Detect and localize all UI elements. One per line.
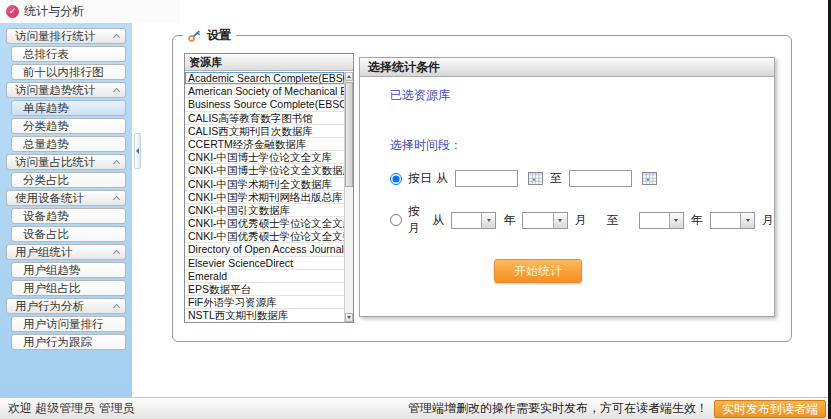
sidebar-menu: 访问量排行统计总排行表前十以内排行图访问量趋势统计单库趋势分类趋势总量趋势访问量… bbox=[0, 28, 132, 350]
by-day-from-label: 从 bbox=[436, 170, 448, 187]
sidebar-item[interactable]: 用户组占比 bbox=[11, 280, 126, 296]
sidebar-group-label: 访问量排行统计 bbox=[15, 29, 96, 44]
resource-list-item[interactable]: EPS数据平台 bbox=[185, 283, 344, 296]
sidebar-group-label: 访问量趋势统计 bbox=[15, 83, 96, 98]
sidebar-item[interactable]: 总排行表 bbox=[11, 46, 126, 62]
scroll-down-icon[interactable] bbox=[345, 313, 353, 322]
sidebar: 访问量排行统计总排行表前十以内排行图访问量趋势统计单库趋势分类趋势总量趋势访问量… bbox=[0, 23, 132, 397]
start-statistics-button[interactable]: 开始统计 bbox=[494, 259, 582, 283]
by-month-from-year-select[interactable] bbox=[451, 212, 496, 229]
by-month-radio[interactable] bbox=[390, 214, 402, 226]
scroll-up-icon[interactable] bbox=[345, 72, 353, 81]
collapse-arrow-icon bbox=[136, 148, 139, 154]
resource-list-item[interactable]: Academic Search Complete(EBSCO) bbox=[185, 72, 344, 85]
sidebar-item[interactable]: 用户访问量排行 bbox=[11, 316, 126, 332]
by-month-label: 按月 bbox=[408, 203, 428, 237]
resource-list-item[interactable]: Elsevier ScienceDirect bbox=[185, 257, 344, 270]
sidebar-item[interactable]: 用户行为跟踪 bbox=[11, 334, 126, 350]
sidebar-item[interactable]: 单库趋势 bbox=[11, 100, 126, 116]
resource-list-item[interactable]: CNKI-中国博士学位论文全文库 bbox=[185, 151, 344, 164]
sidebar-group-label: 用户行为分析 bbox=[15, 299, 84, 314]
sidebar-group-header[interactable]: 使用设备统计 bbox=[6, 190, 126, 206]
check-circle-icon: ✓ bbox=[6, 5, 19, 18]
month-label: 月 bbox=[762, 212, 774, 229]
by-day-radio[interactable] bbox=[390, 173, 402, 185]
page-title: 统计与分析 bbox=[24, 3, 84, 20]
resource-list-header: 资源库 bbox=[185, 54, 353, 71]
resource-list-item[interactable]: CNKI-中国博士学位论文全文数据库 bbox=[185, 164, 344, 177]
resource-list-item[interactable]: Business Source Complete(EBSCO) bbox=[185, 98, 344, 111]
sidebar-group-header[interactable]: 用户行为分析 bbox=[6, 298, 126, 314]
sidebar-group-label: 访问量占比统计 bbox=[15, 155, 96, 170]
conditions-panel: 选择统计条件 已选资源库 选择时间段： 按日 从 至 bbox=[359, 57, 775, 317]
resource-listbox: 资源库 Academic Search Complete(EBSCO)Ameri… bbox=[184, 53, 354, 323]
settings-groupbox: 设置 资源库 Academic Search Complete(EBSCO)Am… bbox=[172, 27, 792, 342]
by-month-to-label: 至 bbox=[607, 212, 619, 229]
settings-legend: 设置 bbox=[183, 27, 236, 44]
resource-list-rows: Academic Search Complete(EBSCO)American … bbox=[185, 72, 344, 322]
resource-list-item[interactable]: FiF外语学习资源库 bbox=[185, 296, 344, 309]
chevron-up-icon bbox=[113, 34, 120, 41]
dropdown-arrow-icon bbox=[669, 213, 683, 228]
by-day-to-label: 至 bbox=[550, 170, 562, 187]
resource-list-item[interactable]: CNKI-中国引文数据库 bbox=[185, 204, 344, 217]
sidebar-group-header[interactable]: 访问量排行统计 bbox=[6, 28, 126, 44]
chevron-up-icon bbox=[113, 88, 120, 95]
sidebar-collapse-handle[interactable] bbox=[134, 133, 141, 169]
sidebar-item[interactable]: 前十以内排行图 bbox=[11, 64, 126, 80]
resource-list-item[interactable]: Directory of Open Access Journals bbox=[185, 243, 344, 256]
settings-legend-label: 设置 bbox=[207, 27, 231, 44]
selected-resources-link[interactable]: 已选资源库 bbox=[390, 87, 450, 104]
sidebar-group-header[interactable]: 访问量趋势统计 bbox=[6, 82, 126, 98]
footer-bar: 欢迎 超级管理员 管理员 管理端增删改的操作需要实时发布，方可在读者端生效！ 实… bbox=[0, 397, 831, 419]
year-label: 年 bbox=[503, 212, 515, 229]
scrollbar-thumb[interactable] bbox=[345, 82, 353, 187]
by-day-to-calendar-icon[interactable] bbox=[642, 172, 657, 185]
sidebar-item[interactable]: 用户组趋势 bbox=[11, 262, 126, 278]
conditions-panel-title: 选择统计条件 bbox=[360, 58, 774, 77]
settings-tools-icon bbox=[188, 30, 203, 42]
chevron-up-icon bbox=[113, 250, 120, 257]
by-day-from-calendar-icon[interactable] bbox=[528, 172, 543, 185]
publish-to-reader-button[interactable]: 实时发布到读者端 bbox=[714, 400, 826, 418]
sidebar-group-header[interactable]: 访问量占比统计 bbox=[6, 154, 126, 170]
sidebar-item[interactable]: 设备趋势 bbox=[11, 208, 126, 224]
welcome-text: 欢迎 超级管理员 管理员 bbox=[8, 400, 135, 417]
year-label: 年 bbox=[691, 212, 703, 229]
resource-list-item[interactable]: Emerald bbox=[185, 270, 344, 283]
resource-list-item[interactable]: CNKI-中国优秀硕士学位论文全文数据库 bbox=[185, 230, 344, 243]
resource-list-item[interactable]: CALIS高等教育数字图书馆 bbox=[185, 112, 344, 125]
by-day-from-input[interactable] bbox=[455, 170, 518, 187]
chevron-up-icon bbox=[113, 160, 120, 167]
sidebar-group-label: 用户组统计 bbox=[15, 245, 73, 260]
by-month-to-year-select[interactable] bbox=[639, 212, 684, 229]
sidebar-item[interactable]: 设备占比 bbox=[11, 226, 126, 242]
sidebar-item[interactable]: 分类趋势 bbox=[11, 118, 126, 134]
month-label: 月 bbox=[575, 212, 587, 229]
by-day-to-input[interactable] bbox=[569, 170, 632, 187]
resource-list-item[interactable]: CNKI-中国学术期刊网络出版总库 bbox=[185, 191, 344, 204]
publish-notice-text: 管理端增删改的操作需要实时发布，方可在读者端生效！ bbox=[408, 400, 708, 417]
resource-list-item[interactable]: CALIS西文期刊目次数据库 bbox=[185, 125, 344, 138]
chevron-up-icon bbox=[113, 196, 120, 203]
resource-list-scrollbar[interactable] bbox=[344, 72, 353, 322]
dropdown-arrow-icon bbox=[481, 213, 495, 228]
by-month-from-month-select[interactable] bbox=[522, 212, 567, 229]
resource-list-item[interactable]: NSTL西文期刊数据库 bbox=[185, 309, 344, 322]
sidebar-item[interactable]: 分类占比 bbox=[11, 172, 126, 188]
dropdown-arrow-icon bbox=[553, 213, 567, 228]
by-day-label: 按日 bbox=[408, 170, 432, 187]
resource-list-item[interactable]: CNKI-中国优秀硕士学位论文全文库 bbox=[185, 217, 344, 230]
app-titlebar: ✓ 统计与分析 bbox=[0, 0, 180, 23]
sidebar-item[interactable]: 总量趋势 bbox=[11, 136, 126, 152]
resource-list-item[interactable]: American Society of Mechanical Engi bbox=[185, 85, 344, 98]
by-day-row: 按日 从 至 bbox=[390, 170, 774, 187]
by-month-row: 按月 从 年 月 至 年 月 bbox=[390, 203, 774, 237]
time-period-label: 选择时间段： bbox=[390, 137, 774, 154]
resource-list-item[interactable]: CCERTM经济金融数据库 bbox=[185, 138, 344, 151]
by-month-to-month-select[interactable] bbox=[710, 212, 755, 229]
chevron-up-icon bbox=[113, 304, 120, 311]
resource-list-item[interactable]: CNKI-中国学术期刊全文数据库 bbox=[185, 178, 344, 191]
by-month-from-label: 从 bbox=[432, 212, 444, 229]
sidebar-group-header[interactable]: 用户组统计 bbox=[6, 244, 126, 260]
